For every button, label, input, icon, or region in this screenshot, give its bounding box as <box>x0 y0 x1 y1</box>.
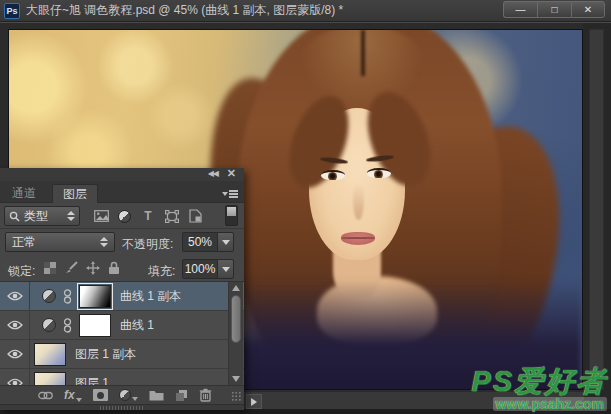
photo-iris <box>374 170 383 178</box>
scroll-right-button[interactable] <box>246 394 262 409</box>
mask-link-icon[interactable] <box>63 289 72 304</box>
panel-resize-handle[interactable] <box>0 404 244 410</box>
right-arrow-icon <box>251 398 257 406</box>
tab-layers[interactable]: 图层 <box>52 184 98 203</box>
new-adjustment-layer-button[interactable] <box>119 389 138 401</box>
layer-name[interactable]: 曲线 1 <box>120 317 154 334</box>
filter-pixel-layers-icon[interactable] <box>92 207 110 225</box>
collapse-to-icons-button[interactable]: ◀◀ <box>208 169 218 178</box>
layer-name[interactable]: 图层 1 <box>75 375 109 386</box>
photo-lips <box>341 232 375 245</box>
search-icon <box>9 211 20 222</box>
layer-thumbnail[interactable] <box>34 343 66 366</box>
adjustment-circle-icon <box>118 210 131 223</box>
lock-all-icon[interactable] <box>108 261 120 275</box>
layer-row-layer-1-copy[interactable]: 图层 1 副本 <box>0 340 244 369</box>
watermark-url: www.psahz.com <box>493 397 607 411</box>
title-bar: Ps 大眼仔~旭 调色教程.psd @ 45% (曲线 1 副本, 图层蒙版/8… <box>0 0 611 22</box>
layer-style-button[interactable]: fx <box>64 388 82 402</box>
filter-smart-objects-icon[interactable] <box>186 207 204 225</box>
layer-name[interactable]: 图层 1 副本 <box>75 346 136 363</box>
vertical-scrollbar-track[interactable] <box>589 29 604 390</box>
fill-dropdown-button[interactable] <box>217 259 234 279</box>
visibility-toggle[interactable] <box>0 282 30 310</box>
lock-paint-brush-icon[interactable] <box>64 261 78 275</box>
filter-on-off-toggle[interactable] <box>225 205 238 226</box>
minimize-button[interactable]: — <box>503 1 537 18</box>
close-button[interactable]: ✕ <box>571 1 605 18</box>
panel-tab-bar: 通道 图层 <box>0 181 244 203</box>
photo-nose <box>353 180 364 220</box>
filter-shape-layers-icon[interactable] <box>163 207 181 225</box>
window-controls: — □ ✕ <box>503 1 605 18</box>
panel-header: ◀◀ ✕ <box>0 168 244 181</box>
scrollbar-thumb[interactable] <box>231 295 241 343</box>
photo-eye <box>367 168 391 178</box>
scroll-down-icon[interactable] <box>232 376 240 382</box>
lock-row: 锁定: 填充: 100% <box>0 256 244 282</box>
layer-thumbnail[interactable] <box>34 372 66 386</box>
fill-label: 填充: <box>148 263 175 280</box>
panel-menu-button[interactable] <box>222 189 238 199</box>
eye-icon <box>7 378 23 385</box>
layers-panel-toolbar: fx <box>0 385 244 404</box>
eye-icon <box>7 349 23 359</box>
layer-list-scrollbar[interactable] <box>228 282 243 385</box>
down-arrow-icon <box>222 267 230 272</box>
curves-adjustment-icon[interactable] <box>42 318 56 332</box>
window-title: 大眼仔~旭 调色教程.psd @ 45% (曲线 1 副本, 图层蒙版/8) * <box>26 2 343 19</box>
panel-close-button[interactable]: ✕ <box>227 167 236 180</box>
opacity-value[interactable]: 50% <box>182 232 218 252</box>
photo-eye <box>321 170 345 180</box>
layer-filter-row: 类型 T <box>0 203 244 229</box>
curves-adjustment-icon[interactable] <box>42 289 56 303</box>
visibility-toggle[interactable] <box>0 311 30 339</box>
layer-row-curves-1-copy[interactable]: 曲线 1 副本 <box>0 282 244 311</box>
opacity-label: 不透明度: <box>122 236 173 253</box>
photo-lip-line <box>341 237 375 239</box>
down-arrow-icon <box>76 398 82 402</box>
new-group-button[interactable] <box>149 389 164 401</box>
lock-position-icon[interactable] <box>86 261 100 275</box>
scroll-up-icon[interactable] <box>232 285 240 291</box>
layer-row-layer-1[interactable]: 图层 1 <box>0 369 244 385</box>
fill-value[interactable]: 100% <box>182 259 218 279</box>
photoshop-app-icon: Ps <box>4 3 20 19</box>
delete-layer-button[interactable] <box>199 388 212 402</box>
vertical-scrollbar-area <box>583 23 611 414</box>
layers-panel: ◀◀ ✕ 通道 图层 类型 T <box>0 168 244 410</box>
panel-resize-grip[interactable] <box>231 391 242 402</box>
layer-row-curves-1[interactable]: 曲线 1 <box>0 311 244 340</box>
visibility-toggle[interactable] <box>0 369 30 385</box>
down-arrow-icon <box>222 240 230 245</box>
site-watermark: PS爱好者 www.psahz.com <box>471 367 607 412</box>
lock-buttons <box>44 261 120 275</box>
visibility-toggle[interactable] <box>0 340 30 368</box>
new-layer-button[interactable] <box>175 389 188 402</box>
tab-channels[interactable]: 通道 <box>2 184 46 203</box>
filter-type-dropdown[interactable]: 类型 <box>4 206 80 226</box>
link-layers-button[interactable] <box>38 391 53 400</box>
eye-icon <box>7 291 23 301</box>
mask-link-icon[interactable] <box>63 318 72 333</box>
filter-type-label: 类型 <box>24 208 48 225</box>
down-arrow-icon <box>132 397 138 401</box>
add-layer-mask-button[interactable] <box>93 389 108 401</box>
lock-transparency-icon[interactable] <box>44 262 56 274</box>
filter-adjustment-layers-icon[interactable] <box>116 207 134 225</box>
menu-triangle-icon <box>222 192 228 196</box>
opacity-dropdown-button[interactable] <box>217 232 234 252</box>
lock-label: 锁定: <box>8 263 35 280</box>
blend-mode-dropdown[interactable]: 正常 <box>5 232 115 252</box>
layer-mask-thumbnail[interactable] <box>79 285 111 308</box>
filter-icon-buttons: T <box>92 206 204 226</box>
photo-hair-part <box>361 30 365 76</box>
filter-type-layers-icon[interactable]: T <box>139 207 157 225</box>
layer-name[interactable]: 曲线 1 副本 <box>120 288 181 305</box>
watermark-logo-text: PS爱好者 <box>471 367 607 396</box>
layer-mask-thumbnail[interactable] <box>79 314 111 337</box>
maximize-button[interactable]: □ <box>537 1 571 18</box>
grip-lines-icon <box>100 406 144 410</box>
blend-mode-row: 正常 不透明度: 50% <box>0 229 244 256</box>
layer-mask-icon <box>93 389 108 401</box>
